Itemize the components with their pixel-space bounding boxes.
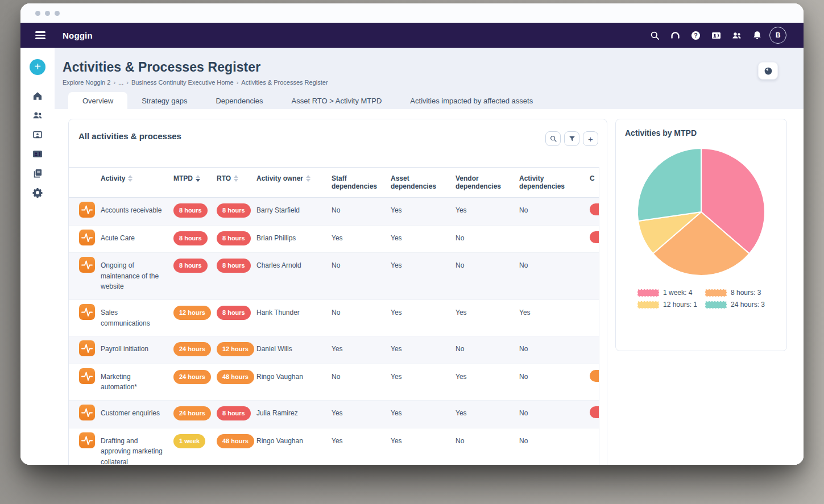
activity-pulse-icon bbox=[79, 230, 95, 245]
staff-dependencies-cell: No bbox=[332, 253, 391, 278]
activity-name-cell[interactable]: Ongoing of maintenance of the website bbox=[101, 253, 173, 299]
table-body: Accounts receivable8 hours8 hoursBarry S… bbox=[69, 198, 599, 465]
window-dot[interactable] bbox=[55, 11, 60, 16]
activity-dependencies-cell: Yes bbox=[519, 300, 590, 326]
sort-down-arrow bbox=[128, 179, 132, 182]
sidebar-item-users[interactable] bbox=[32, 110, 43, 121]
rto-cell: 8 hours bbox=[217, 226, 256, 251]
activity-name-cell[interactable]: Payroll initiation bbox=[101, 336, 173, 362]
mtpd-badge: 8 hours bbox=[173, 259, 208, 273]
activity-dependencies-cell: No bbox=[519, 364, 590, 390]
breadcrumb-separator: › bbox=[126, 79, 129, 86]
criticality-badge bbox=[590, 406, 599, 418]
bell-icon[interactable] bbox=[752, 30, 763, 41]
help-icon[interactable]: ? bbox=[690, 30, 701, 41]
breadcrumb-segment[interactable]: Activities & Processes Register bbox=[241, 79, 328, 86]
activity-name-cell[interactable]: Sales communications bbox=[101, 300, 173, 336]
search-icon[interactable] bbox=[649, 30, 660, 41]
breadcrumb-separator: › bbox=[113, 79, 115, 86]
column-label: Asset dependencies bbox=[391, 174, 451, 190]
sidebar-item-settings[interactable] bbox=[32, 187, 43, 198]
criticality-cell bbox=[590, 336, 599, 348]
rto-badge: 8 hours bbox=[217, 306, 251, 320]
brand-logo[interactable]: Noggin bbox=[63, 31, 93, 40]
breadcrumb-segment[interactable]: Explore Noggin 2 bbox=[63, 79, 110, 86]
headset-icon[interactable] bbox=[670, 30, 681, 41]
column-header-rto[interactable]: RTO bbox=[217, 168, 256, 189]
sort-arrows[interactable] bbox=[306, 175, 310, 182]
sidebar-item-documents[interactable] bbox=[32, 168, 43, 179]
rto-badge: 12 hours bbox=[217, 342, 254, 356]
users-icon[interactable] bbox=[731, 30, 742, 41]
vendor-dependencies-cell: Yes bbox=[456, 198, 519, 223]
sort-arrows[interactable] bbox=[128, 175, 132, 182]
activity-dependencies-cell bbox=[519, 226, 590, 240]
tab-asset-rto-activity-mtpd[interactable]: Asset RTO > Activity MTPD bbox=[278, 92, 396, 109]
hamburger-menu-icon[interactable] bbox=[35, 31, 45, 39]
tab-overview[interactable]: Overview bbox=[68, 92, 127, 109]
rto-cell: 8 hours bbox=[217, 401, 256, 426]
activity-name-cell[interactable]: Marketing automation* bbox=[101, 364, 173, 400]
window-dot[interactable] bbox=[45, 11, 50, 16]
add-button[interactable]: + bbox=[30, 59, 45, 75]
activity-icon-cell bbox=[69, 428, 101, 456]
column-label: Activity bbox=[101, 174, 125, 182]
staff-dependencies-cell: Yes bbox=[332, 401, 391, 426]
staff-dependencies-cell: Yes bbox=[332, 428, 391, 454]
criticality-badge bbox=[590, 203, 599, 215]
breadcrumb-segment[interactable]: Business Continuity Executive Home bbox=[131, 79, 234, 86]
sidebar-item-home[interactable] bbox=[32, 90, 43, 102]
column-header-staff-dependencies: Staff dependencies bbox=[332, 168, 391, 197]
activity-name-cell[interactable]: Accounts receivable bbox=[101, 198, 173, 223]
contact-card-icon[interactable] bbox=[711, 30, 722, 41]
tab-strategy-gaps[interactable]: Strategy gaps bbox=[127, 92, 201, 109]
window-dot[interactable] bbox=[35, 11, 40, 16]
sidebar-item-contact-card[interactable] bbox=[32, 148, 43, 160]
table-row[interactable]: Payroll initiation24 hours12 hoursDaniel… bbox=[69, 336, 599, 364]
activity-name-cell[interactable]: Drafting and approving marketing collate… bbox=[101, 428, 173, 465]
activity-dependencies-cell: No bbox=[519, 336, 590, 362]
history-button[interactable] bbox=[758, 62, 778, 80]
sidebar-item-agent-desk[interactable] bbox=[32, 129, 43, 140]
sort-arrows[interactable] bbox=[234, 175, 238, 182]
activity-pulse-icon bbox=[79, 368, 95, 384]
window-titlebar bbox=[20, 3, 804, 23]
asset-dependencies-cell: Yes bbox=[391, 253, 456, 278]
table-row[interactable]: Acute Care8 hours8 hoursBrian PhillipsYe… bbox=[69, 226, 599, 253]
sort-arrows[interactable] bbox=[196, 175, 200, 182]
table-search-button[interactable] bbox=[545, 131, 561, 146]
column-label: Vendor dependencies bbox=[456, 174, 515, 190]
activity-owner-cell: Ringo Vaughan bbox=[256, 428, 332, 454]
staff-dependencies-cell: No bbox=[332, 300, 391, 326]
mtpd-cell: 8 hours bbox=[173, 198, 217, 223]
table-filter-button[interactable] bbox=[564, 131, 579, 146]
table-row[interactable]: Accounts receivable8 hours8 hoursBarry S… bbox=[69, 198, 599, 226]
pie-slice-24-hours bbox=[637, 148, 701, 221]
column-header-mtpd[interactable]: MTPD bbox=[173, 168, 217, 189]
user-avatar[interactable]: B bbox=[769, 27, 786, 44]
table-row[interactable]: Sales communications12 hours8 hoursHank … bbox=[69, 300, 599, 336]
table-row[interactable]: Marketing automation*24 hours48 hoursRin… bbox=[69, 364, 599, 401]
table-row[interactable]: Drafting and approving marketing collate… bbox=[69, 428, 599, 465]
table-title: All activities & processes bbox=[78, 131, 181, 141]
activities-table-card: All activities & processes + ActivityMTP… bbox=[68, 119, 607, 465]
column-label: Activity dependencies bbox=[519, 174, 585, 190]
table-scroll-area[interactable]: ActivityMTPDRTOActivity ownerStaff depen… bbox=[69, 167, 599, 465]
column-header-activity[interactable]: Activity bbox=[101, 168, 173, 189]
tab-dependencies[interactable]: Dependencies bbox=[201, 92, 277, 109]
legend-swatch bbox=[637, 301, 659, 309]
activity-name-cell[interactable]: Acute Care bbox=[101, 226, 173, 251]
table-row[interactable]: Customer enquiries24 hours8 hoursJulia R… bbox=[69, 401, 599, 428]
column-header-activity-owner[interactable]: Activity owner bbox=[256, 168, 332, 189]
tab-activities-impacted-by-affected-assets[interactable]: Activities impacted by affected assets bbox=[396, 92, 547, 109]
activity-pulse-icon bbox=[79, 257, 95, 273]
table-row[interactable]: Ongoing of maintenance of the website8 h… bbox=[69, 253, 599, 300]
table-add-button[interactable]: + bbox=[583, 131, 598, 146]
activity-name-cell[interactable]: Customer enquiries bbox=[101, 401, 173, 426]
activity-owner-cell: Barry Starfield bbox=[256, 198, 332, 223]
table-toolbar: + bbox=[545, 131, 598, 146]
mtpd-cell: 12 hours bbox=[173, 300, 217, 326]
activity-dependencies-cell: No bbox=[519, 428, 590, 454]
sort-up-arrow bbox=[196, 175, 200, 178]
breadcrumb-segment[interactable]: ... bbox=[118, 79, 123, 86]
